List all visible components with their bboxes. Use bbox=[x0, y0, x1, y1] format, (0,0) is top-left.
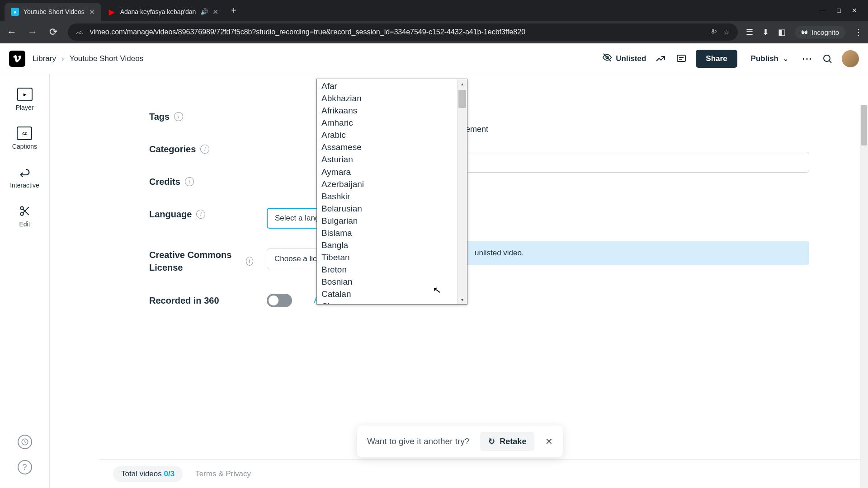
url-text: vimeo.com/manage/videos/896376989/72fd7f… bbox=[90, 28, 703, 36]
privacy-status[interactable]: Unlisted bbox=[602, 52, 646, 65]
chevron-down-icon: ⌄ bbox=[783, 55, 788, 62]
browser-tab-active[interactable]: v Youtube Short Videos ✕ bbox=[5, 3, 101, 21]
window-maximize-icon[interactable]: □ bbox=[837, 7, 841, 14]
close-icon[interactable]: ✕ bbox=[545, 436, 553, 447]
publish-button[interactable]: Publish ⌄ bbox=[745, 51, 794, 67]
user-avatar[interactable] bbox=[842, 50, 859, 67]
back-button[interactable]: ← bbox=[5, 26, 18, 38]
info-icon[interactable]: i bbox=[196, 210, 205, 219]
svg-line-6 bbox=[829, 61, 831, 63]
share-button[interactable]: Share bbox=[696, 50, 737, 68]
categories-label: Categories i bbox=[149, 143, 253, 155]
language-option[interactable]: Bashkir bbox=[317, 190, 457, 202]
language-option[interactable]: Catalan bbox=[317, 288, 457, 300]
scissors-icon bbox=[17, 204, 33, 218]
new-tab-button[interactable]: + bbox=[225, 5, 243, 16]
dropdown-scrollbar[interactable]: ▴ ▾ bbox=[457, 79, 467, 304]
credits-label: Credits i bbox=[149, 175, 253, 188]
site-info-icon[interactable]: ᨒ bbox=[76, 28, 84, 36]
nav-captions[interactable]: cc Captions bbox=[12, 127, 37, 150]
retake-bar: Want to give it another try? ↻ Retake ✕ bbox=[357, 426, 563, 457]
recorded360-label: Recorded in 360 bbox=[149, 294, 253, 307]
window-close-icon[interactable]: ✕ bbox=[852, 7, 857, 14]
browser-menu-icon[interactable]: ⋮ bbox=[854, 27, 863, 37]
player-icon: ▸ bbox=[17, 88, 33, 101]
total-videos-pill[interactable]: Total videos 0/3 bbox=[113, 466, 183, 482]
address-bar: ← → ⟳ ᨒ vimeo.com/manage/videos/89637698… bbox=[0, 21, 868, 43]
language-option[interactable]: Bosnian bbox=[317, 276, 457, 288]
nav-interactive[interactable]: Interactive bbox=[10, 165, 39, 189]
reload-button[interactable]: ⟳ bbox=[47, 26, 60, 38]
retake-message: Want to give it another try? bbox=[367, 436, 469, 446]
eye-off-icon[interactable]: 👁 bbox=[710, 28, 717, 36]
url-field[interactable]: ᨒ vimeo.com/manage/videos/896376989/72fd… bbox=[68, 23, 738, 41]
reload-icon: ↻ bbox=[488, 436, 495, 446]
window-minimize-icon[interactable]: ― bbox=[820, 7, 826, 14]
analytics-icon[interactable] bbox=[654, 52, 667, 65]
nav-edit[interactable]: Edit bbox=[17, 204, 33, 228]
svg-point-7 bbox=[20, 206, 24, 210]
recorded360-toggle[interactable] bbox=[267, 294, 292, 307]
language-option[interactable]: Afrikaans bbox=[317, 104, 457, 117]
breadcrumb-current: Youtube Short Videos bbox=[70, 54, 144, 63]
tab-close-icon[interactable]: ✕ bbox=[89, 8, 95, 16]
captions-icon: cc bbox=[17, 127, 32, 140]
language-option[interactable]: Bulgarian bbox=[317, 215, 457, 227]
info-icon[interactable]: i bbox=[246, 257, 253, 266]
side-panel-icon[interactable]: ◧ bbox=[778, 27, 786, 37]
language-option[interactable]: Abkhazian bbox=[317, 92, 457, 104]
youtube-favicon-icon: ▶ bbox=[108, 8, 116, 16]
language-option[interactable]: Azerbaijani bbox=[317, 178, 457, 190]
retake-button[interactable]: ↻ Retake bbox=[480, 432, 534, 451]
vimeo-logo-icon[interactable] bbox=[9, 51, 25, 67]
language-option[interactable]: Afar bbox=[317, 80, 457, 92]
language-option[interactable]: Amharic bbox=[317, 117, 457, 129]
app-header: Library › Youtube Short Videos Unlisted … bbox=[0, 43, 868, 74]
reading-list-icon[interactable]: ☰ bbox=[746, 27, 753, 37]
info-icon[interactable]: i bbox=[174, 112, 183, 121]
svg-rect-2 bbox=[677, 55, 685, 61]
language-option[interactable]: Chamorro bbox=[317, 300, 457, 304]
language-option[interactable]: Bangla bbox=[317, 239, 457, 251]
clock-icon[interactable] bbox=[18, 435, 32, 449]
downloads-icon[interactable]: ⬇ bbox=[762, 27, 769, 37]
nav-player[interactable]: ▸ Player bbox=[16, 88, 34, 111]
language-option[interactable]: Asturian bbox=[317, 153, 457, 165]
credits-hint: unlisted video. bbox=[466, 241, 809, 265]
tab-close-icon[interactable]: ✕ bbox=[212, 8, 218, 16]
tab-title: Youtube Short Videos bbox=[24, 8, 85, 15]
language-option[interactable]: Breton bbox=[317, 263, 457, 276]
scroll-down-icon[interactable]: ▾ bbox=[458, 295, 467, 304]
language-option[interactable]: Belarusian bbox=[317, 202, 457, 215]
scroll-up-icon[interactable]: ▴ bbox=[458, 79, 467, 88]
bookmark-star-icon[interactable]: ☆ bbox=[723, 28, 730, 37]
page-scrollbar[interactable] bbox=[860, 105, 868, 488]
info-icon[interactable]: i bbox=[200, 145, 209, 154]
more-menu-icon[interactable]: ⋯ bbox=[802, 53, 813, 65]
terms-link[interactable]: Terms & Privacy bbox=[195, 469, 251, 479]
svg-point-5 bbox=[824, 55, 830, 61]
left-nav: ▸ Player cc Captions Interactive Edit bbox=[0, 74, 50, 488]
browser-tab[interactable]: ▶ Adana keyfasya kebap'dan 🔊 ✕ bbox=[101, 3, 225, 21]
language-option[interactable]: Aymara bbox=[317, 166, 457, 178]
vimeo-favicon-icon: v bbox=[11, 8, 19, 16]
scroll-thumb[interactable] bbox=[458, 90, 466, 108]
comments-icon[interactable] bbox=[675, 52, 688, 65]
language-option[interactable]: Arabic bbox=[317, 129, 457, 141]
language-option[interactable]: Assamese bbox=[317, 141, 457, 153]
tags-input[interactable] bbox=[466, 152, 809, 173]
language-option[interactable]: Bislama bbox=[317, 227, 457, 239]
help-icon[interactable]: ? bbox=[18, 460, 32, 474]
info-icon[interactable]: i bbox=[185, 177, 194, 186]
breadcrumb-library[interactable]: Library bbox=[33, 54, 56, 63]
browser-tab-bar: v Youtube Short Videos ✕ ▶ Adana keyfasy… bbox=[0, 0, 868, 21]
interactive-icon bbox=[17, 165, 33, 179]
scroll-thumb[interactable] bbox=[861, 105, 867, 145]
partial-text: ement bbox=[466, 125, 488, 134]
search-icon[interactable] bbox=[821, 52, 834, 65]
tab-audio-icon[interactable]: 🔊 bbox=[200, 8, 208, 15]
incognito-badge: 🕶 Incognito bbox=[795, 26, 845, 39]
eye-off-icon bbox=[602, 52, 612, 65]
language-option[interactable]: Tibetan bbox=[317, 251, 457, 263]
forward-button[interactable]: → bbox=[26, 26, 39, 38]
